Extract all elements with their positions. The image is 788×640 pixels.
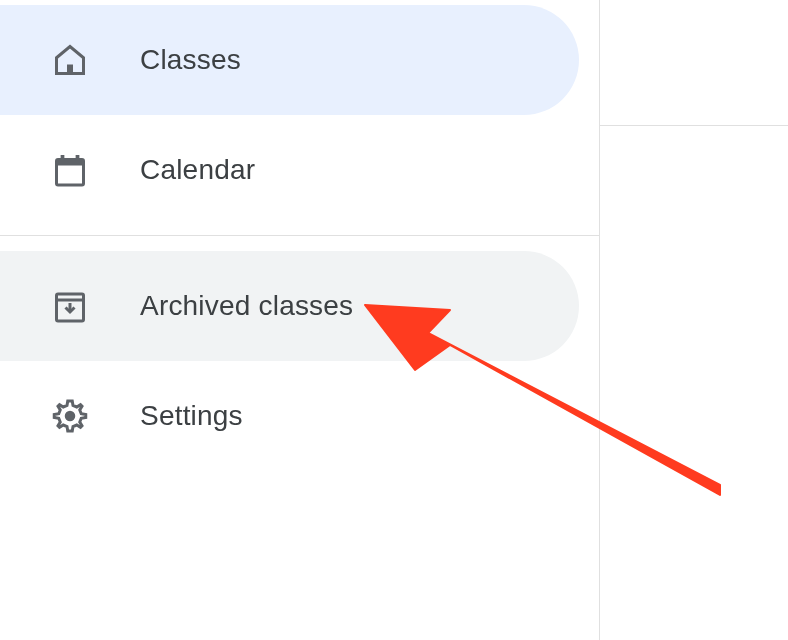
content-area [600,0,788,640]
sidebar-item-settings[interactable]: Settings [0,361,599,471]
sidebar-item-archived-classes[interactable]: Archived classes [0,251,579,361]
home-icon [50,40,90,80]
settings-icon [50,396,90,436]
svg-point-8 [65,411,76,422]
sidebar-item-classes[interactable]: Classes [0,5,579,115]
sidebar-item-label: Calendar [140,154,255,186]
sidebar-section-top: Classes Calendar [0,0,599,225]
sidebar-item-label: Classes [140,44,241,76]
content-divider [600,125,788,126]
sidebar-item-label: Archived classes [140,290,353,322]
svg-rect-0 [67,65,73,74]
svg-rect-2 [57,160,84,166]
calendar-icon [50,150,90,190]
sidebar: Classes Calendar [0,0,600,640]
sidebar-item-calendar[interactable]: Calendar [0,115,599,225]
sidebar-divider [0,235,599,236]
archive-icon [50,286,90,326]
sidebar-item-label: Settings [140,400,243,432]
sidebar-section-bottom: Archived classes Settings [0,246,599,471]
